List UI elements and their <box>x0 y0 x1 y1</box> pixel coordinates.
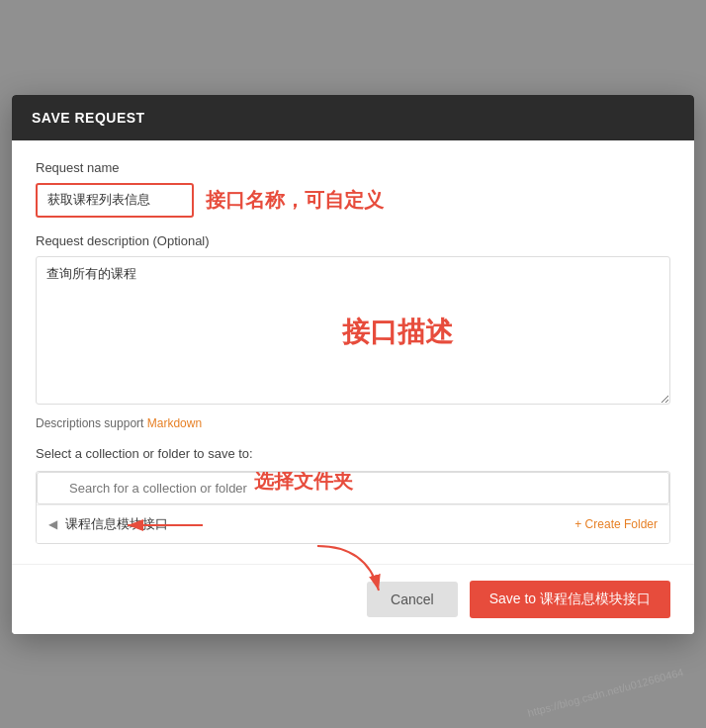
search-wrapper: 🔍 <box>37 472 669 504</box>
description-textarea[interactable]: 查询所有的课程 <box>36 256 670 405</box>
save-request-modal: SAVE REQUEST Request name 接口名称，可自定义 Requ… <box>12 95 694 634</box>
collection-search-input[interactable] <box>37 472 669 504</box>
request-name-input[interactable] <box>36 183 194 218</box>
modal-header: SAVE REQUEST <box>12 95 694 140</box>
collapse-arrow-icon: ◀ <box>48 517 57 531</box>
markdown-link[interactable]: Markdown <box>147 416 202 430</box>
request-name-row: 接口名称，可自定义 <box>36 183 670 218</box>
modal-title: SAVE REQUEST <box>32 110 145 126</box>
collection-search-row: 🔍 <box>37 472 669 505</box>
description-row: 查询所有的课程 接口描述 <box>36 256 670 409</box>
collection-item-name: 课程信息模块接口 <box>65 515 168 533</box>
request-name-label: Request name <box>36 160 670 175</box>
create-folder-button[interactable]: + Create Folder <box>574 517 658 531</box>
markdown-note: Descriptions support Markdown <box>36 416 670 430</box>
collection-box: 🔍 ◀ 课程信息模块接口 + Create Folder 选择文件夹 <box>36 471 670 544</box>
save-button[interactable]: Save to 课程信息模块接口 <box>470 581 670 618</box>
collection-item-row[interactable]: ◀ 课程信息模块接口 + Create Folder 选择文件夹 <box>37 505 669 543</box>
modal-overlay: SAVE REQUEST Request name 接口名称，可自定义 Requ… <box>0 0 706 728</box>
modal-body: Request name 接口名称，可自定义 Request descripti… <box>12 140 694 564</box>
request-name-annotation: 接口名称，可自定义 <box>206 187 384 214</box>
description-label: Request description (Optional) <box>36 233 670 248</box>
collection-label: Select a collection or folder to save to… <box>36 446 670 461</box>
cancel-button[interactable]: Cancel <box>367 582 458 617</box>
modal-footer: Cancel Save to 课程信息模块接口 <box>12 564 694 634</box>
